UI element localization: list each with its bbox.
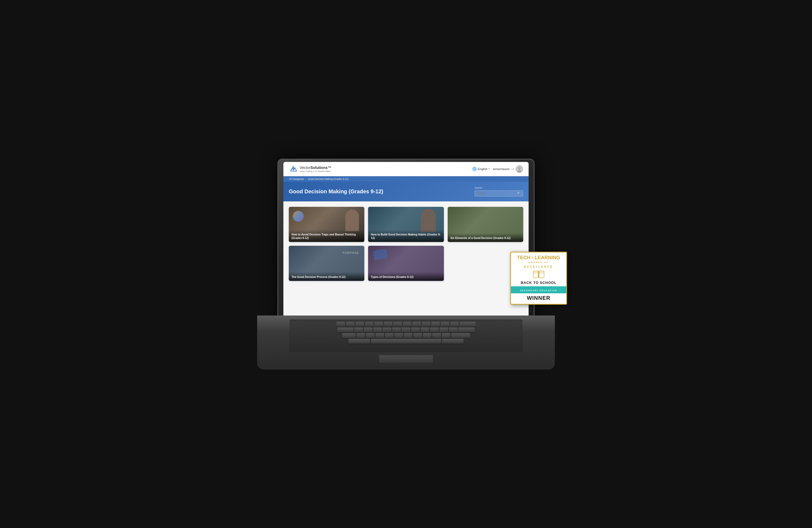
kb-key <box>356 322 364 327</box>
card-overlay-4: The Good Decision Process (Grades 9-12) <box>289 272 364 281</box>
card-title-3: Six Elements of a Good Decision (Grades … <box>450 236 521 240</box>
award-icon-area <box>514 270 564 279</box>
card-thumbnail-1: How to Avoid Decision Traps and Biased T… <box>289 207 364 242</box>
kb-key <box>371 339 441 344</box>
card-title-2: How to Build Good Decision Making Habits… <box>371 233 441 240</box>
cards-grid: How to Avoid Decision Traps and Biased T… <box>289 207 523 281</box>
page-hero: Good Decision Making (Grades 9-12) Searc… <box>284 182 528 201</box>
thumb-shape-5 <box>373 248 388 260</box>
award-header: TECH & LEARNING <box>514 255 564 260</box>
breadcrumb-home[interactable]: All Categories <box>289 178 304 180</box>
logo-solutions: Solutions™ <box>310 165 332 170</box>
kb-key <box>336 322 345 327</box>
language-selector[interactable]: 🌐 English ▾ <box>472 167 490 171</box>
kb-key <box>422 322 430 327</box>
logo-text: VectorSolutions™ Vector Training, K-12 S… <box>300 165 331 172</box>
kb-key <box>366 333 375 338</box>
kb-key <box>451 333 470 338</box>
search-box: 🔍 <box>475 190 523 197</box>
thumb-person-1 <box>345 210 359 231</box>
award-secondary-education: SECONDARY EDUCATION <box>520 289 557 292</box>
screen-bezel: VectorSolutions™ Vector Training, K-12 S… <box>284 162 528 318</box>
card-overlay-2: How to Build Good Decision Making Habits… <box>368 229 444 242</box>
search-input[interactable] <box>477 192 516 195</box>
award-tech-label: TECH <box>517 255 530 260</box>
kb-key <box>449 327 458 332</box>
kb-key <box>354 327 363 332</box>
video-card-5[interactable]: Types of Decisions (Grades 9-12) <box>368 246 444 281</box>
card-title-4: The Good Decision Process (Grades 9-12) <box>291 275 362 279</box>
video-card-1[interactable]: How to Avoid Decision Traps and Biased T… <box>289 207 364 242</box>
chevron-down-icon: ▾ <box>489 168 490 170</box>
award-teal-band: SECONDARY EDUCATION <box>511 286 566 293</box>
search-area: Search 🔍 <box>475 186 523 197</box>
kb-key <box>384 322 392 327</box>
kb-key <box>412 322 421 327</box>
video-card-3[interactable]: Six Elements of a Good Decision (Grades … <box>448 207 523 242</box>
laptop-lid: VectorSolutions™ Vector Training, K-12 S… <box>277 159 535 321</box>
breadcrumb-separator: › <box>306 178 306 180</box>
kb-key <box>404 333 412 338</box>
kb-key <box>393 322 402 327</box>
kb-key <box>385 333 394 338</box>
logo-area: VectorSolutions™ Vector Training, K-12 S… <box>289 165 331 173</box>
award-ampersand: & <box>531 256 534 259</box>
thumb-text-4: PURPOSE <box>343 251 359 254</box>
kb-key <box>348 339 370 344</box>
page-title: Good Decision Making (Grades 9-12) <box>289 188 383 195</box>
avatar <box>516 165 523 173</box>
card-thumbnail-2: How to Build Good Decision Making Habits… <box>368 207 444 242</box>
kb-key <box>411 327 420 332</box>
kb-key <box>364 327 373 332</box>
card-overlay-3: Six Elements of a Good Decision (Grades … <box>448 233 523 242</box>
user-info[interactable]: anniemaurer ⤻ <box>493 165 523 173</box>
kb-key <box>337 327 353 332</box>
logout-icon[interactable]: ⤻ <box>511 167 514 171</box>
kb-key <box>423 333 432 338</box>
svg-point-3 <box>518 167 521 169</box>
card-thumbnail-3: Six Elements of a Good Decision (Grades … <box>448 207 523 242</box>
language-label: English <box>478 167 488 170</box>
kb-key <box>373 327 382 332</box>
search-icon[interactable]: 🔍 <box>517 192 521 195</box>
award-badge: TECH & LEARNING AWARDS OF EXCELLENCE BAC… <box>510 252 567 305</box>
award-excellence: EXCELLENCE <box>514 265 564 268</box>
award-book-icon <box>533 270 545 279</box>
card-overlay-1: How to Avoid Decision Traps and Biased T… <box>289 229 364 242</box>
video-card-4[interactable]: PURPOSE The Good Decision Process (Grade… <box>289 246 364 281</box>
kb-key <box>432 333 441 338</box>
award-learning-label: LEARNING <box>535 255 560 260</box>
kb-key <box>450 322 459 327</box>
kb-key <box>442 339 464 344</box>
logo-brand: VectorSolutions™ <box>300 165 331 170</box>
card-overlay-5: Types of Decisions (Grades 9-12) <box>368 272 444 281</box>
trackpad[interactable] <box>379 355 433 363</box>
laptop-keyboard <box>290 319 522 352</box>
kb-key <box>439 327 448 332</box>
award-awards-of: AWARDS OF <box>514 261 564 263</box>
username: anniemaurer <box>493 167 510 170</box>
laptop-base <box>257 316 555 369</box>
logo-icon <box>289 165 298 173</box>
breadcrumb-current: Good Decision Making (Grades 9-12) <box>308 178 348 180</box>
kb-key <box>460 322 476 327</box>
card-title-1: How to Avoid Decision Traps and Biased T… <box>291 233 362 240</box>
video-card-2[interactable]: How to Build Good Decision Making Habits… <box>368 207 444 242</box>
kb-key <box>375 333 384 338</box>
kb-key <box>430 327 439 332</box>
card-thumbnail-4: PURPOSE The Good Decision Process (Grade… <box>289 246 364 281</box>
award-back-to-school: BACK TO SCHOOL <box>514 281 564 285</box>
kb-key <box>346 322 354 327</box>
kb-key <box>413 333 422 338</box>
award-winner-label: WINNER <box>514 295 564 301</box>
kb-key <box>442 333 450 338</box>
kb-key <box>431 322 440 327</box>
kb-key <box>403 322 411 327</box>
card-title-5: Types of Decisions (Grades 9-12) <box>371 275 441 279</box>
kb-key <box>402 327 410 332</box>
card-thumbnail-5: Types of Decisions (Grades 9-12) <box>368 246 444 281</box>
logo-vector: Vector <box>300 165 310 170</box>
kb-key <box>459 327 475 332</box>
kb-key <box>365 322 374 327</box>
thumb-person-2 <box>421 209 436 232</box>
